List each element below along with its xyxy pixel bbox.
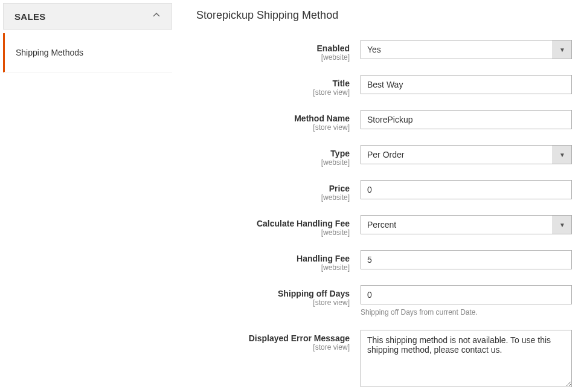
field-row-shipping-off-days: Shipping off Days [store view] Shipping … bbox=[196, 285, 581, 316]
field-row-handling-fee-calc: Calculate Handling Fee [website] Percent… bbox=[196, 215, 581, 237]
scope-label: [website] bbox=[196, 158, 350, 167]
sidebar: SALES Shipping Methods bbox=[3, 3, 172, 392]
scope-label: [website] bbox=[196, 53, 350, 62]
dropdown-arrow-icon: ▼ bbox=[553, 215, 572, 234]
handling-fee-input[interactable] bbox=[361, 250, 572, 269]
shipping-off-days-help: Shipping off Days from current Date. bbox=[361, 308, 572, 316]
field-label-handling-fee-calc: Calculate Handling Fee bbox=[196, 219, 350, 228]
enabled-select[interactable]: Yes ▼ bbox=[361, 40, 572, 59]
scope-label: [store view] bbox=[196, 88, 350, 97]
scope-label: [website] bbox=[196, 228, 350, 237]
field-row-method-name: Method Name [store view] bbox=[196, 110, 581, 132]
field-label-title: Title bbox=[196, 79, 350, 88]
field-label-shipping-off-days: Shipping off Days bbox=[196, 289, 350, 298]
field-label-method-name: Method Name bbox=[196, 114, 350, 123]
field-label-enabled: Enabled bbox=[196, 43, 350, 53]
section-title: Storepickup Shipping Method bbox=[196, 9, 581, 22]
field-row-error-message: Displayed Error Message [store view] bbox=[196, 330, 581, 389]
scope-label: [store view] bbox=[196, 343, 350, 352]
price-input[interactable] bbox=[361, 180, 572, 199]
sidebar-category-label: SALES bbox=[14, 11, 46, 22]
handling-fee-calc-select-value: Percent bbox=[361, 215, 553, 234]
dropdown-arrow-icon: ▼ bbox=[553, 145, 572, 164]
scope-label: [store view] bbox=[196, 123, 350, 132]
field-row-enabled: Enabled [website] Yes ▼ bbox=[196, 40, 581, 62]
field-row-type: Type [website] Per Order ▼ bbox=[196, 145, 581, 167]
chevron-up-icon bbox=[152, 11, 161, 22]
type-select[interactable]: Per Order ▼ bbox=[361, 145, 572, 164]
shipping-off-days-input[interactable] bbox=[361, 285, 572, 304]
scope-label: [website] bbox=[196, 263, 350, 272]
field-label-handling-fee: Handling Fee bbox=[196, 254, 350, 263]
scope-label: [store view] bbox=[196, 298, 350, 307]
dropdown-arrow-icon: ▼ bbox=[553, 40, 572, 59]
handling-fee-calc-select[interactable]: Percent ▼ bbox=[361, 215, 572, 234]
field-row-handling-fee: Handling Fee [website] bbox=[196, 250, 581, 272]
method-name-input[interactable] bbox=[361, 110, 572, 129]
field-row-price: Price [website] bbox=[196, 180, 581, 202]
field-label-type: Type bbox=[196, 149, 350, 158]
error-message-textarea[interactable] bbox=[361, 330, 572, 387]
type-select-value: Per Order bbox=[361, 145, 553, 164]
sidebar-category-sales[interactable]: SALES bbox=[3, 3, 172, 30]
scope-label: [website] bbox=[196, 193, 350, 202]
field-label-price: Price bbox=[196, 184, 350, 193]
field-label-error-message: Displayed Error Message bbox=[196, 333, 350, 343]
main-content: Storepickup Shipping Method Enabled [web… bbox=[172, 3, 581, 392]
enabled-select-value: Yes bbox=[361, 40, 553, 59]
field-row-title: Title [store view] bbox=[196, 75, 581, 97]
sidebar-item-label: Shipping Methods bbox=[16, 48, 83, 57]
title-input[interactable] bbox=[361, 75, 572, 94]
sidebar-item-shipping-methods[interactable]: Shipping Methods bbox=[3, 33, 172, 72]
